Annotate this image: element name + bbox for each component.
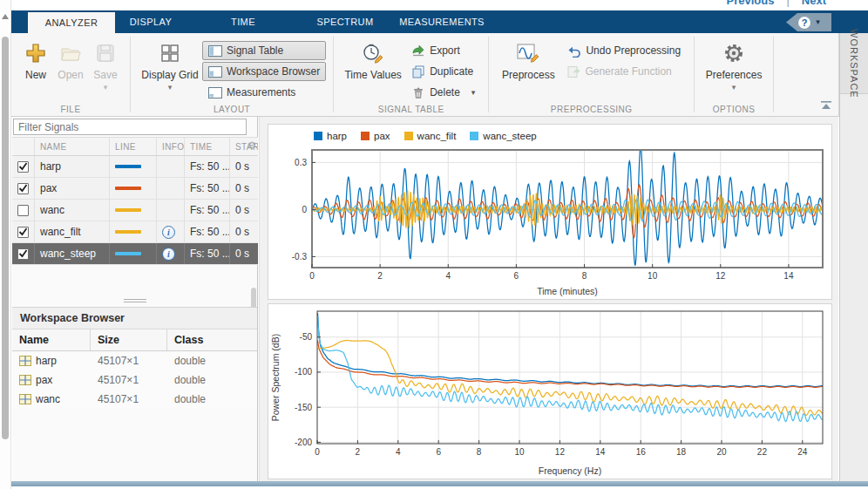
svg-text:-150: -150 bbox=[295, 403, 312, 412]
time-values-clock-icon bbox=[361, 40, 385, 66]
next-link[interactable]: Next bbox=[802, 0, 826, 7]
line-color-swatch bbox=[115, 165, 141, 168]
signal-row-wanc_filt[interactable]: wanc_filtiFs: 50 ...0 s bbox=[12, 221, 258, 243]
layout-group-label: LAYOUT bbox=[131, 105, 333, 114]
signal-checkbox[interactable] bbox=[17, 161, 29, 173]
signal-row-pax[interactable]: paxFs: 50 ...0 s bbox=[12, 178, 258, 200]
signal-checkbox[interactable] bbox=[17, 227, 29, 238]
legend-item-harp[interactable]: harp bbox=[314, 131, 347, 141]
signal-checkbox[interactable] bbox=[17, 248, 29, 260]
new-button[interactable]: New bbox=[18, 37, 53, 81]
panel-splitter[interactable] bbox=[12, 296, 257, 305]
preferences-button[interactable]: Preferences ▾ bbox=[702, 37, 766, 92]
workspace-row-wanc[interactable]: wanc45107×1double bbox=[12, 390, 257, 409]
signal-table-toggle[interactable]: Signal Table bbox=[202, 41, 326, 60]
help-icon[interactable]: ? bbox=[797, 16, 811, 30]
signal-time: Fs: 50 ... bbox=[185, 156, 230, 177]
new-icon bbox=[24, 40, 47, 66]
page-scrollbar[interactable] bbox=[0, 0, 11, 489]
signal-checkbox-cell[interactable] bbox=[12, 221, 35, 242]
spectrum-display[interactable]: 024681012141618202224-50-100-150-200Freq… bbox=[268, 303, 832, 479]
generate-function-button[interactable]: Generate Function bbox=[560, 62, 687, 81]
legend-item-wanc_steep[interactable]: wanc_steep bbox=[470, 131, 536, 141]
signal-line-sample bbox=[110, 156, 157, 177]
table-settings-gear-icon[interactable]: ⚙ bbox=[248, 139, 257, 152]
scrollbar-thumb[interactable] bbox=[2, 37, 9, 439]
signal-row-wanc[interactable]: wancFs: 50 ...0 s bbox=[12, 200, 258, 221]
duplicate-button[interactable]: Duplicate bbox=[405, 62, 481, 81]
duplicate-icon bbox=[411, 65, 425, 78]
signal-checkbox-cell[interactable] bbox=[12, 200, 35, 221]
workspace-side-tab[interactable]: WORKSPACE bbox=[840, 33, 868, 94]
time-values-button[interactable]: Time Values bbox=[341, 37, 405, 81]
display-grid-label: Display Grid bbox=[141, 69, 198, 81]
signal-checkbox-cell[interactable] bbox=[12, 156, 35, 177]
scroll-up-icon[interactable] bbox=[2, 14, 9, 19]
signal-start-time: 0 s bbox=[230, 200, 258, 221]
signal-name: pax bbox=[35, 178, 110, 199]
time-display[interactable]: harppaxwanc_filtwanc_steep 024681012140.… bbox=[268, 124, 832, 300]
signal-checkbox-cell[interactable] bbox=[12, 243, 35, 264]
help-button[interactable]: ? ▾ bbox=[786, 13, 831, 31]
workspace-row-pax[interactable]: pax45107×1double bbox=[12, 370, 257, 390]
preprocess-button[interactable]: Preprocess bbox=[496, 37, 560, 81]
time-column-header[interactable]: TIME bbox=[185, 138, 230, 155]
tab-time[interactable]: TIME bbox=[186, 10, 300, 33]
svg-text:24: 24 bbox=[797, 447, 808, 457]
info-column-header[interactable]: INFO bbox=[157, 138, 185, 155]
signal-checkbox[interactable] bbox=[17, 205, 29, 216]
signal-info-cell bbox=[157, 156, 185, 177]
signal-panel: NAME LINE INFO TIME START ⚙ harpFs: 50 .… bbox=[12, 117, 258, 481]
tab-analyzer[interactable]: ANALYZER bbox=[28, 12, 115, 33]
svg-text:10: 10 bbox=[514, 447, 525, 457]
svg-text:4: 4 bbox=[445, 271, 451, 281]
filter-signals-input[interactable] bbox=[13, 119, 247, 135]
legend-item-wanc_filt[interactable]: wanc_filt bbox=[404, 131, 457, 141]
window-bottom-edge bbox=[0, 481, 868, 486]
export-button[interactable]: Export bbox=[405, 41, 481, 60]
legend-item-pax[interactable]: pax bbox=[361, 131, 390, 141]
variable-class: double bbox=[167, 370, 257, 390]
measurements-toggle[interactable]: Measurements bbox=[202, 83, 326, 102]
variable-name: pax bbox=[12, 370, 91, 390]
signal-checkbox[interactable] bbox=[17, 183, 29, 194]
delete-button[interactable]: Delete ▾ bbox=[405, 83, 481, 102]
workspace-browser-toggle[interactable]: Workspace Browser bbox=[202, 62, 326, 81]
svg-text:0: 0 bbox=[309, 271, 315, 281]
save-dropdown-icon[interactable]: ▾ bbox=[104, 83, 108, 92]
save-button[interactable]: Save ▾ bbox=[88, 37, 123, 92]
delete-dropdown-icon[interactable]: ▾ bbox=[471, 88, 476, 97]
signal-table-body: harpFs: 50 ...0 spaxFs: 50 ...0 swancFs:… bbox=[12, 156, 258, 265]
display-grid-button[interactable]: Display Grid ▾ bbox=[138, 37, 202, 92]
name-column-header[interactable]: NAME bbox=[35, 138, 110, 155]
signal-time: Fs: 50 ... bbox=[185, 178, 230, 199]
display-grid-dropdown-icon[interactable]: ▾ bbox=[168, 83, 173, 92]
signal-row-harp[interactable]: harpFs: 50 ...0 s bbox=[12, 156, 258, 178]
spectrum-plot[interactable]: 024681012141618202224-50-100-150-200Freq… bbox=[268, 304, 831, 479]
undo-preprocessing-button[interactable]: Undo Preprocessing bbox=[560, 41, 687, 60]
file-group-label: FILE bbox=[11, 105, 130, 114]
workspace-row-harp[interactable]: harp45107×1double bbox=[12, 351, 257, 370]
wb-class-column-header[interactable]: Class bbox=[167, 329, 257, 350]
previous-link[interactable]: Previous bbox=[727, 0, 775, 7]
preprocess-icon bbox=[515, 40, 541, 66]
line-column-header[interactable]: LINE bbox=[110, 138, 157, 155]
tab-measurements[interactable]: MEASUREMENTS bbox=[390, 10, 493, 33]
info-icon[interactable]: i bbox=[162, 226, 175, 239]
wb-size-column-header[interactable]: Size bbox=[91, 329, 167, 350]
collapse-toolstrip-icon[interactable] bbox=[819, 101, 833, 111]
signal-checkbox-cell[interactable] bbox=[12, 178, 35, 199]
tab-spectrum[interactable]: SPECTRUM bbox=[300, 10, 390, 33]
wb-name-column-header[interactable]: Name bbox=[12, 329, 91, 350]
tab-display[interactable]: DISPLAY bbox=[115, 10, 186, 33]
undo-icon bbox=[566, 44, 581, 58]
signal-row-wanc_steep[interactable]: wanc_steepiFs: 50 ...0 s bbox=[12, 243, 258, 265]
info-icon[interactable]: i bbox=[162, 248, 175, 261]
time-plot[interactable]: 024681012140.30-0.3Time (minutes) bbox=[268, 147, 831, 299]
help-caret-icon[interactable]: ▾ bbox=[816, 18, 820, 26]
signal-name: wanc_steep bbox=[35, 243, 110, 264]
preferences-dropdown-icon[interactable]: ▾ bbox=[732, 83, 736, 92]
svg-text:20: 20 bbox=[716, 447, 727, 457]
variable-grid-icon bbox=[19, 394, 31, 404]
open-button[interactable]: Open bbox=[53, 37, 88, 81]
